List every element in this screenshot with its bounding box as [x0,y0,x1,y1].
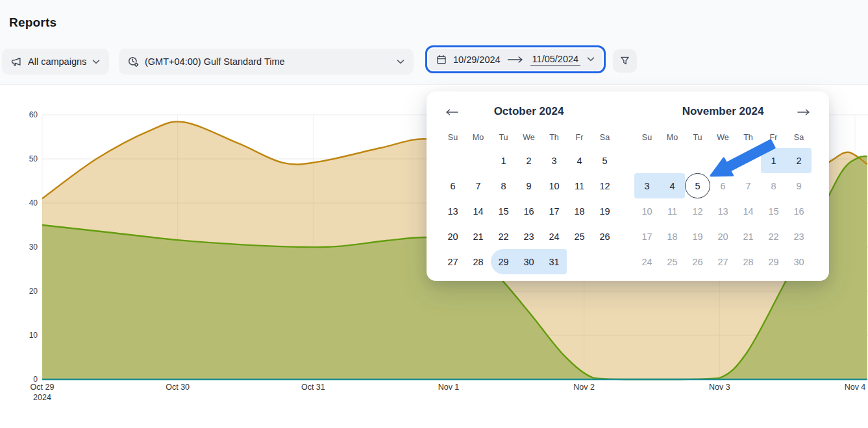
calendar-day[interactable]: 14 [736,198,761,224]
chevron-down-icon [397,60,404,64]
megaphone-icon [11,56,22,67]
filter-button[interactable] [613,49,637,73]
calendar-day[interactable]: 5 [592,148,617,173]
weekday-header: SuMoTuWeThFrSa [634,131,812,144]
calendar-day[interactable]: 6 [710,173,736,198]
calendar-day[interactable]: 16 [786,198,812,224]
chevron-down-icon [587,57,595,62]
weekday-label: Fr [567,131,592,144]
date-range-picker[interactable]: 10/29/2024 11/05/2024 [425,45,606,73]
y-axis-tick-label: 30 [29,243,38,252]
calendar-day[interactable]: 30 [516,249,541,274]
x-axis-tick-label: Nov 2 [573,383,595,392]
weekday-label: Sa [592,131,617,144]
calendar-day[interactable]: 27 [440,249,465,274]
calendar-day[interactable]: 18 [567,198,592,224]
calendar-day[interactable]: 19 [685,224,710,249]
calendar-day[interactable]: 19 [592,198,617,224]
calendar-day[interactable]: 8 [761,173,786,198]
calendar-day[interactable]: 11 [660,198,685,224]
calendar-day[interactable]: 7 [465,173,491,198]
calendar-day[interactable]: 11 [567,173,592,198]
calendar-day[interactable]: 17 [541,198,567,224]
weekday-label: Su [440,131,465,144]
calendar-day[interactable]: 28 [465,249,491,274]
calendar-day[interactable]: 10 [541,173,567,198]
calendar-day[interactable]: 12 [592,173,617,198]
weekday-label: Tu [491,131,516,144]
calendar-day[interactable]: 18 [660,224,685,249]
weekday-header: SuMoTuWeThFrSa [440,131,617,144]
calendar-day[interactable]: 13 [440,198,465,224]
end-date-value[interactable]: 11/05/2024 [530,54,581,65]
weekday-label: Su [634,131,660,144]
calendar-day[interactable]: 3 [541,148,567,173]
calendar-day[interactable]: 22 [761,224,786,249]
calendar-day[interactable]: 21 [736,224,761,249]
calendar-day[interactable]: 22 [491,224,516,249]
calendar-day[interactable]: 15 [761,198,786,224]
page-title: Reports [9,16,56,30]
calendar-day[interactable]: 23 [786,224,812,249]
weekday-label: Mo [660,131,685,144]
calendar-month-november: November 2024 SuMoTuWeThFrSa 12345678910… [634,103,812,274]
x-axis-tick-sublabel: 2024 [33,393,51,402]
calendar-day[interactable]: 6 [440,173,465,198]
weekday-label: Th [736,131,761,144]
calendar-day[interactable]: 31 [541,249,567,274]
calendar-day[interactable]: 2 [516,148,541,173]
calendar-day[interactable]: 9 [786,173,812,198]
calendar-day[interactable]: 17 [634,224,660,249]
calendar-day-blank [685,148,710,173]
timezone-dropdown[interactable]: (GMT+04:00) Gulf Standard Time [119,49,414,75]
calendar-day[interactable]: 24 [541,224,567,249]
weekday-label: Tu [685,131,710,144]
calendar-day[interactable]: 10 [634,198,660,224]
calendar-day[interactable]: 26 [685,249,710,274]
calendar-day[interactable]: 28 [736,249,761,274]
y-axis-tick-label: 40 [29,198,38,208]
chevron-down-icon [92,60,100,64]
x-axis-tick-label: Nov 4 [845,383,866,392]
weekday-label: Fr [761,131,786,144]
start-date-value[interactable]: 10/29/2024 [453,54,501,65]
calendar-day[interactable]: 14 [465,198,491,224]
clock-settings-icon [128,56,139,67]
calendar-day[interactable]: 27 [710,249,736,274]
calendar-day[interactable]: 9 [516,173,541,198]
calendar-day[interactable]: 25 [567,224,592,249]
calendar-day[interactable]: 15 [491,198,516,224]
calendar-day[interactable]: 20 [440,224,465,249]
calendar-day-blank [710,148,736,173]
calendar-day[interactable]: 30 [786,249,812,274]
calendar-day[interactable]: 29 [491,249,516,274]
calendar-day[interactable]: 21 [465,224,491,249]
toolbar-band: Reports All campaigns (GMT+04:00) Gulf S… [0,0,868,85]
calendar-day[interactable]: 29 [761,249,786,274]
x-axis-tick-label: Nov 3 [709,383,730,392]
campaigns-dropdown[interactable]: All campaigns [2,49,109,75]
calendar-day[interactable]: 8 [491,173,516,198]
calendar-day[interactable]: 2 [786,148,812,173]
calendar-day[interactable]: 25 [660,249,685,274]
calendar-day[interactable]: 7 [736,173,761,198]
calendar-day[interactable]: 1 [761,148,786,173]
calendar-day[interactable]: 20 [710,224,736,249]
timezone-label: (GMT+04:00) Gulf Standard Time [145,56,391,67]
calendar-day[interactable]: 4 [660,173,685,198]
calendar-day[interactable]: 26 [592,224,617,249]
calendar-day-blank [440,148,465,173]
calendar-day[interactable]: 1 [491,148,516,173]
calendar-day[interactable]: 13 [710,198,736,224]
calendar-day[interactable]: 16 [516,198,541,224]
calendar-day-selected-end[interactable]: 5 [685,173,710,198]
calendar-day[interactable]: 4 [567,148,592,173]
x-axis-tick-label: Oct 30 [166,383,190,392]
day-grid: 1234567891011121314151617181920212223242… [634,148,812,274]
calendar-day[interactable]: 3 [634,173,660,198]
calendar-day[interactable]: 23 [516,224,541,249]
calendar-day[interactable]: 12 [685,198,710,224]
campaigns-label: All campaigns [28,56,86,67]
weekday-label: Mo [465,131,491,144]
calendar-day[interactable]: 24 [634,249,660,274]
